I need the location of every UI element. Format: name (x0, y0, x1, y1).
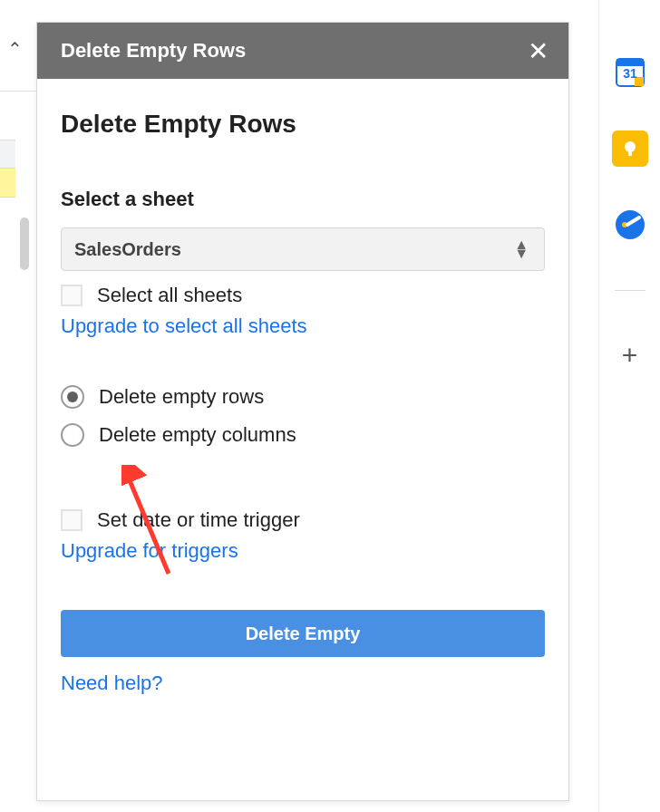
sheet-dropdown-value: SalesOrders (74, 239, 181, 260)
svg-rect-2 (616, 59, 644, 66)
delete-empty-button[interactable]: Delete Empty (61, 610, 545, 657)
upgrade-triggers-link[interactable]: Upgrade for triggers (61, 539, 238, 563)
select-all-checkbox[interactable] (61, 285, 82, 306)
panel-body: Delete Empty Rows Select a sheet SalesOr… (37, 79, 568, 713)
scrollbar-thumb[interactable] (20, 218, 29, 270)
panel-header: Delete Empty Rows ✕ (37, 23, 568, 79)
sheet-cell-fragment-highlight (0, 169, 15, 198)
sheet-cell-fragment (0, 140, 15, 169)
svg-point-6 (625, 141, 636, 152)
delete-rows-option: Delete empty rows (61, 385, 545, 409)
spreadsheet-left-sliver: ⌃ (0, 0, 36, 812)
delete-columns-option: Delete empty columns (61, 423, 545, 447)
select-sheet-label: Select a sheet (61, 188, 545, 211)
svg-text:31: 31 (623, 66, 637, 81)
svg-rect-7 (628, 151, 632, 156)
delete-columns-radio[interactable] (61, 423, 84, 447)
google-side-rail: 31 + (598, 0, 660, 812)
tasks-icon[interactable] (612, 207, 648, 243)
keep-icon[interactable] (612, 130, 648, 167)
divider (0, 91, 36, 92)
delete-rows-label: Delete empty rows (99, 385, 264, 409)
page-title: Delete Empty Rows (61, 110, 545, 139)
upgrade-sheets-link[interactable]: Upgrade to select all sheets (61, 314, 307, 338)
select-all-label: Select all sheets (97, 284, 242, 307)
add-addon-icon[interactable]: + (622, 340, 638, 371)
select-all-sheets-row: Select all sheets (61, 284, 545, 307)
updown-caret-icon: ▲▼ (514, 240, 528, 257)
rail-divider (615, 290, 645, 291)
help-link[interactable]: Need help? (61, 672, 163, 695)
calendar-icon[interactable]: 31 (612, 54, 648, 91)
trigger-checkbox[interactable] (61, 509, 82, 531)
close-icon[interactable]: ✕ (528, 36, 548, 66)
delete-columns-label: Delete empty columns (99, 423, 296, 447)
addon-side-panel: Delete Empty Rows ✕ Delete Empty Rows Se… (36, 22, 569, 801)
chevron-up-icon: ⌃ (7, 38, 23, 60)
sheet-dropdown[interactable]: SalesOrders ▲▼ (61, 227, 545, 271)
panel-header-title: Delete Empty Rows (61, 39, 246, 63)
trigger-label: Set date or time trigger (97, 508, 300, 532)
delete-rows-radio[interactable] (61, 385, 84, 409)
trigger-row: Set date or time trigger (61, 508, 545, 532)
